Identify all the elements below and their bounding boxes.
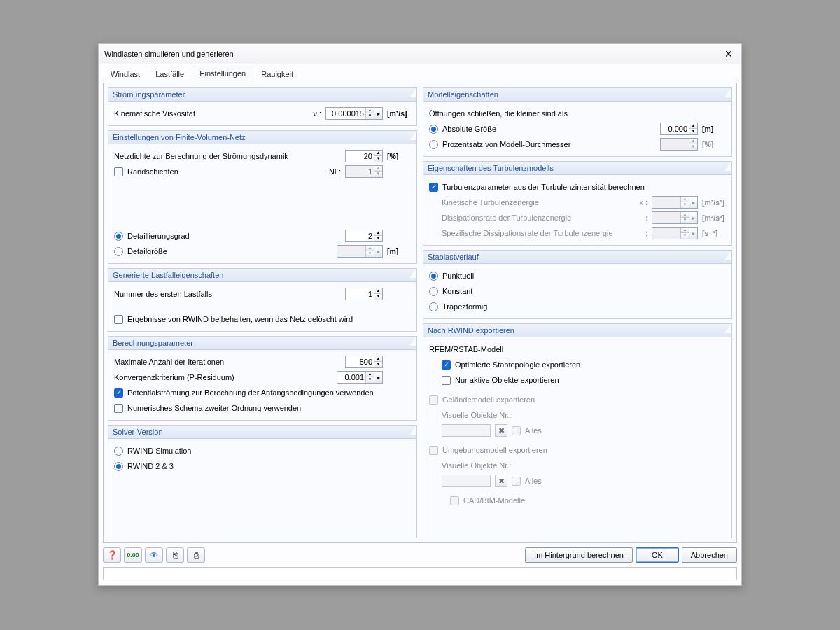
all-check-2: [512, 477, 521, 486]
tab-lastfaelle[interactable]: Lastfälle: [148, 66, 192, 80]
group-header: Nach RWIND exportieren: [424, 324, 732, 337]
env-check: [429, 446, 438, 455]
units-icon[interactable]: 0.00: [124, 547, 142, 563]
close-icon[interactable]: ✕: [722, 47, 736, 61]
group-header: Solver-Version: [108, 426, 416, 439]
tab-rauigkeit[interactable]: Rauigkeit: [253, 66, 301, 80]
group-header: Strömungsparameter: [108, 88, 416, 102]
turb-calc-label: Turbulenzparameter aus der Turbulenzinte…: [442, 183, 726, 191]
calc-background-button[interactable]: Im Hintergrund berechnen: [525, 547, 633, 563]
density-unit: [%]: [387, 152, 411, 160]
tab-bar: Windlast Lastfälle Einstellungen Rauigke…: [103, 65, 737, 80]
group-header: Modelleigenschaften: [424, 88, 732, 102]
abs-size-radio[interactable]: [429, 125, 438, 134]
cad-check: [450, 496, 459, 505]
boundary-check[interactable]: [114, 167, 123, 176]
nl-label: NL:: [329, 167, 341, 176]
first-loadcase-input[interactable]: ▲▼: [345, 288, 383, 300]
dist-point-radio[interactable]: [429, 272, 438, 281]
keep-results-check[interactable]: [114, 315, 123, 324]
ok-button[interactable]: OK: [636, 547, 679, 563]
solver-rwind23-radio[interactable]: [114, 462, 123, 471]
active-only-check[interactable]: [442, 376, 451, 385]
pct-radio[interactable]: [429, 140, 438, 149]
dialog-title: Windlasten simulieren und generieren: [104, 50, 722, 58]
group-header: Stablastverlauf: [424, 251, 732, 264]
group-solver: Solver-Version RWIND Simulation RWIND 2 …: [108, 425, 417, 538]
abs-size-input[interactable]: ▲▼: [660, 122, 698, 135]
dist-const-radio[interactable]: [429, 287, 438, 296]
tab-einstellungen[interactable]: Einstellungen: [192, 66, 253, 80]
cancel-button[interactable]: Abbrechen: [682, 547, 737, 563]
terrain-label: Geländemodell exportieren: [442, 396, 726, 404]
active-only-label: Nur aktive Objekte exportieren: [455, 376, 726, 384]
dialog-footer: ❓ 0.00 👁 ⎘ ⎙ Im Hintergrund berechnen OK…: [103, 546, 737, 581]
dist-point-label: Punktuell: [442, 272, 726, 280]
solver-rwind-sim-radio[interactable]: [114, 447, 123, 456]
viscosity-unit: [m²/s]: [387, 109, 411, 118]
vis-objects-label-1: Visuelle Objekte Nr.:: [442, 411, 726, 419]
eye-icon[interactable]: 👁: [145, 547, 163, 563]
conv-label: Konvergenzkriterium (P-Residuum): [114, 373, 332, 382]
pct-label: Prozentsatz von Modell-Durchmesser: [442, 140, 656, 148]
kin-energy-input: ▲▼▸: [652, 196, 698, 209]
terrain-check: [429, 396, 438, 405]
max-iter-label: Maximale Anzahl der Iterationen: [114, 358, 341, 366]
first-loadcase-label: Nummer des ersten Lastfalls: [114, 290, 341, 298]
density-label: Netzdichte zur Berechnung der Strömungsd…: [114, 152, 341, 160]
group-export: Nach RWIND exportieren RFEM/RSTAB-Modell…: [423, 323, 732, 538]
tab-windlast[interactable]: Windlast: [103, 66, 148, 80]
abs-size-label: Absolute Größe: [442, 125, 656, 133]
abs-size-unit: [m]: [702, 125, 726, 133]
close-openings-label: Öffnungen schließen, die kleiner sind al…: [429, 109, 726, 118]
vis-objects-input-2: [442, 475, 491, 487]
solver-rwind23-label: RWIND 2 & 3: [127, 462, 411, 470]
pct-unit: [%]: [702, 140, 726, 148]
second-order-label: Numerisches Schema zweiter Ordnung verwe…: [127, 404, 411, 412]
export-icon[interactable]: ⎘: [166, 547, 184, 563]
group-loadcase: Generierte Lastfalleigenschaften Nummer …: [108, 268, 417, 332]
pct-input: ▲▼: [660, 138, 698, 150]
settings-panel: Strömungsparameter Kinematische Viskosit…: [103, 83, 737, 543]
viscosity-label: Kinematische Viskosität: [114, 109, 309, 118]
viscosity-input[interactable]: ▲▼▸: [326, 107, 383, 120]
import-icon[interactable]: ⎙: [187, 547, 205, 563]
right-column: Modelleigenschaften Öffnungen schließen,…: [423, 88, 732, 538]
detail-size-radio[interactable]: [114, 247, 123, 256]
boundary-label: Randschichten: [127, 167, 325, 176]
keep-results-label: Ergebnisse von RWIND beibehalten, wenn d…: [127, 315, 411, 323]
detail-level-radio[interactable]: [114, 232, 123, 241]
dist-trap-label: Trapezförmig: [442, 302, 726, 311]
nl-input: ▲▼: [345, 165, 383, 178]
viscosity-symbol: ν :: [313, 109, 321, 118]
group-calc-params: Berechnungsparameter Maximale Anzahl der…: [108, 336, 417, 421]
all-check-1: [512, 426, 521, 435]
group-header: Generierte Lastfalleigenschaften: [108, 269, 416, 282]
second-order-check[interactable]: [114, 404, 123, 413]
max-iter-input[interactable]: ▲▼: [345, 356, 383, 368]
conv-input[interactable]: ▲▼▸: [337, 371, 383, 384]
diss-rate-label: Dissipationsrate der Turbulenzenergie: [442, 214, 641, 222]
kin-energy-label: Kinetische Turbulenzenergie: [442, 198, 635, 206]
opt-topo-check[interactable]: [442, 360, 451, 370]
cad-label: CAD/BIM-Modelle: [463, 496, 726, 505]
detail-size-label: Detailgröße: [127, 247, 332, 255]
detail-level-label: Detaillierungsgrad: [127, 232, 341, 240]
detail-size-input: ▲▼▸: [337, 245, 383, 258]
potential-flow-label: Potentialströmung zur Berechnung der Anf…: [127, 388, 411, 397]
titlebar: Windlasten simulieren und generieren ✕: [99, 44, 741, 64]
potential-flow-check[interactable]: [114, 388, 123, 398]
solver-rwind-sim-label: RWIND Simulation: [127, 447, 411, 455]
vis-objects-label-2: Visuelle Objekte Nr.:: [442, 461, 726, 470]
density-input[interactable]: ▲▼: [345, 150, 383, 162]
env-label: Umgebungsmodell exportieren: [442, 446, 726, 454]
spec-diss-input: ▲▼▸: [652, 227, 698, 239]
opt-topo-label: Optimierte Stabtopologie exportieren: [455, 360, 726, 369]
vis-objects-input-1: [442, 424, 491, 437]
detail-level-input[interactable]: ▲▼: [345, 230, 383, 242]
turb-calc-check[interactable]: [429, 183, 438, 192]
pick-icon: ✖: [495, 424, 507, 437]
dist-trap-radio[interactable]: [429, 302, 438, 312]
group-model-props: Modelleigenschaften Öffnungen schließen,…: [423, 88, 732, 157]
help-icon[interactable]: ❓: [103, 547, 121, 563]
